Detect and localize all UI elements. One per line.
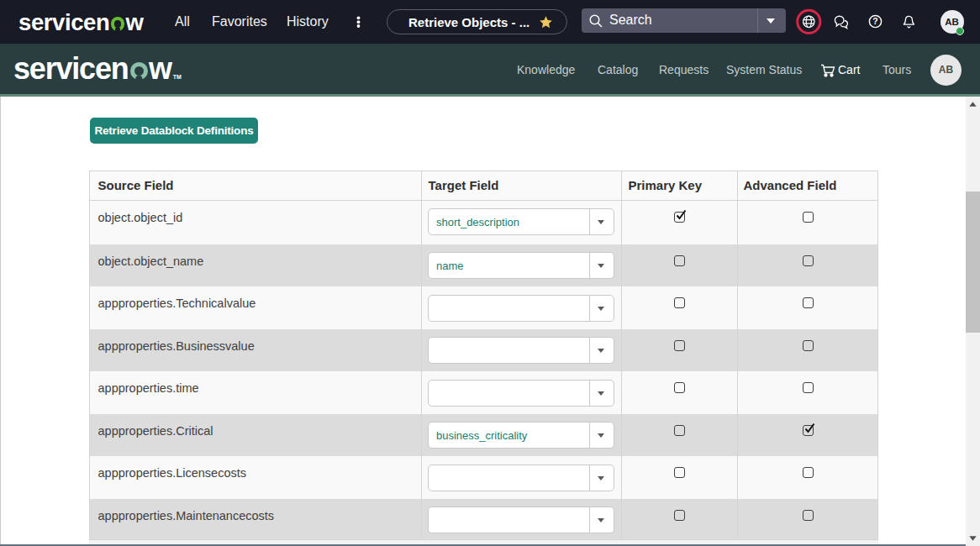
svg-text:?: ?: [872, 16, 877, 26]
